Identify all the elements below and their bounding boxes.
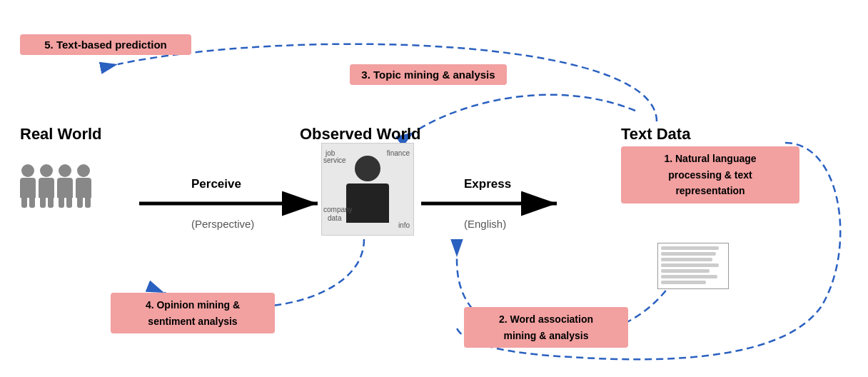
- diagram-container: Real World Observed World Text Data Perc…: [0, 0, 868, 377]
- express-sub-label: (English): [464, 218, 506, 230]
- step4-box: 4. Opinion mining & sentiment analysis: [111, 293, 275, 333]
- perceive-label: Perceive: [191, 177, 241, 191]
- person-figure-3: [57, 164, 73, 208]
- observed-world-image: job finance service company data info: [321, 143, 414, 236]
- step2-box: 2. Word association mining & analysis: [464, 307, 628, 348]
- text-document-image: [657, 243, 729, 289]
- perceive-sub-label: (Perspective): [191, 218, 254, 230]
- step1-box: 1. Natural language processing & text re…: [621, 146, 799, 203]
- text-data-label: Text Data: [621, 125, 690, 144]
- real-world-label: Real World: [20, 125, 102, 144]
- step3-box: 3. Topic mining & analysis: [350, 64, 507, 85]
- observed-world-label: Observed World: [300, 125, 421, 144]
- express-label: Express: [464, 177, 511, 191]
- person-figure-4: [76, 164, 91, 208]
- person-figure-1: [20, 164, 36, 208]
- step5-box: 5. Text-based prediction: [20, 34, 191, 55]
- person-figure-2: [39, 164, 54, 208]
- people-group: [20, 164, 91, 208]
- observed-person-figure: [346, 156, 389, 223]
